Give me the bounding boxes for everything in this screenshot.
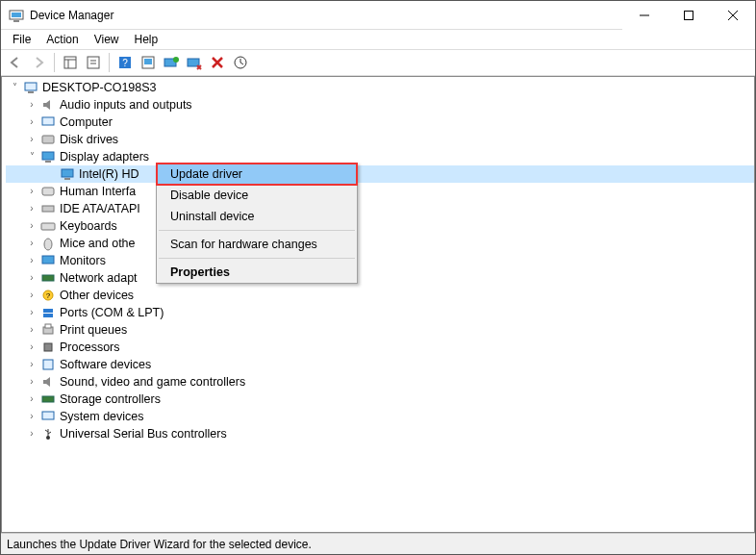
ctx-update-driver[interactable]: Update driver bbox=[157, 164, 357, 185]
tree-item-other[interactable]: ›?Other devices bbox=[6, 287, 754, 304]
tree-item-storage[interactable]: ›Storage controllers bbox=[6, 391, 754, 408]
software-icon bbox=[40, 357, 56, 372]
ctx-scan-hardware[interactable]: Scan for hardware changes bbox=[157, 234, 357, 255]
expand-icon[interactable]: › bbox=[25, 133, 38, 146]
tree-item-monitors[interactable]: ›Monitors bbox=[6, 252, 754, 269]
svg-rect-4 bbox=[685, 11, 693, 19]
scan-button[interactable] bbox=[138, 52, 159, 73]
context-menu: Update driver Disable device Uninstall d… bbox=[156, 163, 358, 284]
expand-icon[interactable]: › bbox=[25, 237, 38, 250]
expand-icon[interactable]: › bbox=[25, 375, 38, 389]
tree-item-audio[interactable]: ›Audio inputs and outputs bbox=[6, 96, 754, 114]
show-hide-tree-button[interactable] bbox=[60, 52, 81, 73]
disable-button[interactable] bbox=[184, 52, 205, 73]
scan-hardware-button[interactable] bbox=[230, 52, 251, 73]
tree-label: Universal Serial Bus controllers bbox=[60, 425, 227, 442]
tree-item-display[interactable]: ˅Display adapters bbox=[6, 148, 754, 165]
minimize-button[interactable] bbox=[622, 1, 667, 30]
svg-rect-40 bbox=[45, 324, 51, 328]
menu-view[interactable]: View bbox=[87, 31, 127, 48]
expand-icon[interactable]: › bbox=[25, 185, 38, 198]
expand-icon[interactable]: › bbox=[25, 271, 38, 285]
expand-icon[interactable]: › bbox=[25, 98, 38, 112]
svg-rect-37 bbox=[43, 309, 53, 313]
svg-point-18 bbox=[173, 57, 179, 63]
svg-rect-28 bbox=[64, 178, 70, 180]
menu-help[interactable]: Help bbox=[127, 31, 166, 48]
expand-icon[interactable]: › bbox=[25, 341, 38, 354]
svg-rect-25 bbox=[42, 152, 54, 160]
ctx-disable-device[interactable]: Disable device bbox=[157, 185, 357, 206]
tree-item-sound[interactable]: ›Sound, video and game controllers bbox=[6, 373, 754, 391]
ide-icon bbox=[40, 201, 56, 216]
tree-label: IDE ATA/ATAPI bbox=[60, 200, 140, 217]
tree-item-mice[interactable]: ›Mice and othe bbox=[6, 235, 754, 252]
expand-icon[interactable]: › bbox=[25, 410, 38, 423]
tree-item-disk[interactable]: ›Disk drives bbox=[6, 131, 754, 148]
ctx-uninstall-device[interactable]: Uninstall device bbox=[157, 206, 357, 227]
svg-rect-24 bbox=[42, 136, 54, 143]
expand-icon[interactable]: › bbox=[25, 306, 38, 319]
help-button[interactable]: ? bbox=[114, 52, 136, 73]
menu-action[interactable]: Action bbox=[38, 31, 86, 48]
tree-item-usb[interactable]: ›Universal Serial Bus controllers bbox=[6, 425, 754, 442]
tree-item-intel-hd[interactable]: Intel(R) HD bbox=[6, 165, 754, 183]
tree-label: Intel(R) HD bbox=[79, 165, 139, 183]
tree-item-computer[interactable]: ›Computer bbox=[6, 114, 754, 131]
expand-icon[interactable]: › bbox=[25, 358, 38, 371]
svg-text:?: ? bbox=[46, 291, 51, 300]
uninstall-button[interactable] bbox=[207, 52, 228, 73]
expand-icon[interactable]: › bbox=[25, 323, 38, 337]
tree-item-hid[interactable]: ›Human Interfa bbox=[6, 183, 754, 200]
tree-item-processors[interactable]: ›Processors bbox=[6, 339, 754, 356]
properties-button[interactable] bbox=[83, 52, 104, 73]
update-driver-button[interactable] bbox=[161, 52, 182, 73]
forward-button[interactable] bbox=[28, 52, 49, 73]
svg-rect-26 bbox=[45, 161, 51, 163]
svg-rect-16 bbox=[144, 59, 152, 64]
expand-icon[interactable]: › bbox=[25, 427, 38, 441]
expand-icon[interactable]: › bbox=[25, 392, 38, 406]
expand-icon[interactable]: › bbox=[25, 202, 38, 215]
tree-item-keyboards[interactable]: ›Keyboards bbox=[6, 217, 754, 235]
tree-item-print[interactable]: ›Print queues bbox=[6, 321, 754, 339]
tree-item-software[interactable]: ›Software devices bbox=[6, 356, 754, 373]
svg-rect-33 bbox=[42, 256, 54, 264]
cpu-icon bbox=[40, 340, 56, 355]
monitor-icon bbox=[40, 253, 56, 268]
menu-file[interactable]: File bbox=[5, 31, 38, 48]
computer-icon bbox=[40, 114, 56, 130]
mouse-icon bbox=[40, 236, 56, 251]
svg-rect-1 bbox=[12, 13, 21, 17]
svg-rect-7 bbox=[64, 57, 76, 68]
svg-rect-22 bbox=[28, 91, 34, 93]
close-button[interactable] bbox=[711, 1, 755, 30]
spacer bbox=[44, 167, 58, 181]
tree-item-ports[interactable]: ›Ports (COM & LPT) bbox=[6, 304, 754, 321]
toolbar-separator bbox=[109, 53, 110, 72]
expand-icon[interactable]: › bbox=[25, 254, 38, 267]
device-tree[interactable]: ˅DESKTOP-CO198S3 ›Audio inputs and outpu… bbox=[2, 77, 754, 442]
status-text: Launches the Update Driver Wizard for th… bbox=[7, 538, 312, 551]
maximize-button[interactable] bbox=[667, 1, 711, 30]
expand-icon[interactable]: › bbox=[25, 219, 38, 233]
tree-item-system[interactable]: ›System devices bbox=[6, 408, 754, 425]
expand-icon[interactable]: › bbox=[25, 289, 38, 302]
tree-label: Ports (COM & LPT) bbox=[60, 304, 164, 321]
expand-icon[interactable]: › bbox=[25, 115, 38, 129]
toolbar-separator bbox=[54, 53, 55, 72]
collapse-icon[interactable]: ˅ bbox=[8, 81, 21, 94]
ctx-properties[interactable]: Properties bbox=[157, 262, 357, 283]
tree-root[interactable]: ˅DESKTOP-CO198S3 bbox=[6, 79, 754, 96]
system-icon bbox=[40, 409, 56, 424]
disk-icon bbox=[40, 132, 56, 147]
tree-item-network[interactable]: ›Network adapt bbox=[6, 269, 754, 287]
collapse-icon[interactable]: ˅ bbox=[25, 150, 38, 164]
svg-rect-38 bbox=[43, 314, 53, 317]
back-button[interactable] bbox=[5, 52, 26, 73]
tree-label: Human Interfa bbox=[60, 183, 136, 200]
svg-rect-27 bbox=[62, 169, 73, 177]
tree-item-ide[interactable]: ›IDE ATA/ATAPI bbox=[6, 200, 754, 217]
tree-label: DESKTOP-CO198S3 bbox=[42, 79, 157, 96]
display-icon bbox=[40, 149, 56, 164]
